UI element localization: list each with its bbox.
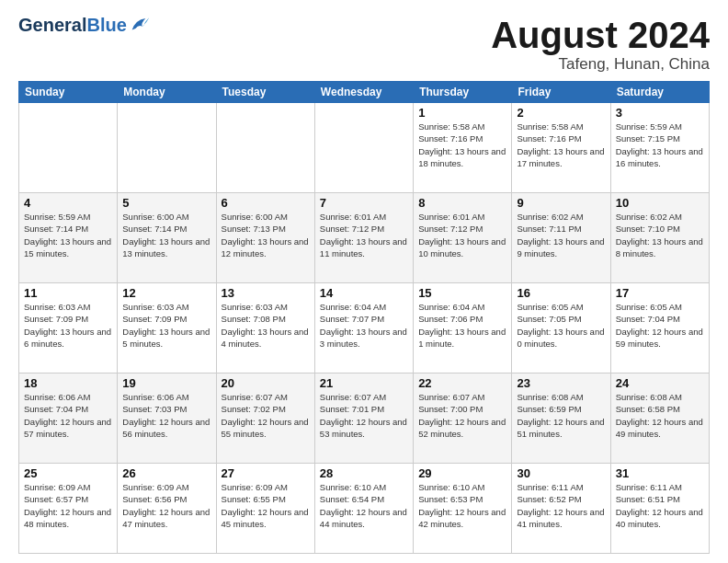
title-block: August 2024 Tafeng, Hunan, China (491, 15, 710, 74)
col-friday: Friday (512, 82, 610, 103)
table-row: 11Sunrise: 6:03 AM Sunset: 7:09 PM Dayli… (19, 283, 118, 373)
day-info: Sunrise: 5:59 AM Sunset: 7:15 PM Dayligh… (616, 121, 704, 169)
day-info: Sunrise: 6:00 AM Sunset: 7:14 PM Dayligh… (122, 211, 210, 259)
table-row: 18Sunrise: 6:06 AM Sunset: 7:04 PM Dayli… (19, 373, 118, 464)
day-info: Sunrise: 6:08 AM Sunset: 6:59 PM Dayligh… (517, 391, 605, 440)
day-number: 2 (517, 106, 605, 120)
col-sunday: Sunday (19, 82, 118, 103)
table-row: 20Sunrise: 6:07 AM Sunset: 7:02 PM Dayli… (216, 373, 314, 464)
calendar-row: 11Sunrise: 6:03 AM Sunset: 7:09 PM Dayli… (19, 283, 710, 373)
day-number: 25 (24, 466, 112, 480)
table-row: 26Sunrise: 6:09 AM Sunset: 6:56 PM Dayli… (118, 464, 216, 554)
day-number: 8 (418, 196, 506, 210)
table-row: 25Sunrise: 6:09 AM Sunset: 6:57 PM Dayli… (19, 464, 118, 554)
table-row: 19Sunrise: 6:06 AM Sunset: 7:03 PM Dayli… (118, 373, 216, 464)
day-info: Sunrise: 6:01 AM Sunset: 7:12 PM Dayligh… (320, 211, 408, 259)
logo: GeneralBlue (18, 15, 149, 35)
day-info: Sunrise: 6:04 AM Sunset: 7:06 PM Dayligh… (418, 301, 506, 350)
calendar-table: Sunday Monday Tuesday Wednesday Thursday… (18, 81, 710, 554)
calendar-row: 4Sunrise: 5:59 AM Sunset: 7:14 PM Daylig… (19, 193, 710, 283)
table-row: 29Sunrise: 6:10 AM Sunset: 6:53 PM Dayli… (414, 464, 512, 554)
day-number: 12 (122, 286, 210, 300)
day-info: Sunrise: 6:00 AM Sunset: 7:13 PM Dayligh… (222, 211, 310, 259)
day-number: 21 (320, 376, 408, 390)
table-row: 6Sunrise: 6:00 AM Sunset: 7:13 PM Daylig… (216, 193, 314, 283)
day-number: 7 (320, 196, 408, 210)
day-number: 5 (122, 196, 210, 210)
day-number: 31 (616, 466, 704, 480)
day-number: 19 (122, 376, 210, 390)
table-row (118, 103, 216, 193)
calendar-header-row: Sunday Monday Tuesday Wednesday Thursday… (19, 82, 710, 103)
day-info: Sunrise: 6:10 AM Sunset: 6:53 PM Dayligh… (418, 481, 506, 530)
day-number: 15 (418, 286, 506, 300)
header: GeneralBlue August 2024 Tafeng, Hunan, C… (18, 15, 710, 74)
day-number: 6 (222, 196, 310, 210)
day-info: Sunrise: 6:11 AM Sunset: 6:51 PM Dayligh… (616, 481, 704, 530)
day-number: 14 (320, 286, 408, 300)
table-row (19, 103, 118, 193)
table-row: 12Sunrise: 6:03 AM Sunset: 7:09 PM Dayli… (118, 283, 216, 373)
day-number: 13 (222, 286, 310, 300)
logo-text: GeneralBlue (18, 15, 149, 35)
day-number: 22 (418, 376, 506, 390)
day-info: Sunrise: 6:06 AM Sunset: 7:03 PM Dayligh… (122, 391, 210, 440)
table-row: 4Sunrise: 5:59 AM Sunset: 7:14 PM Daylig… (19, 193, 118, 283)
day-number: 27 (222, 466, 310, 480)
day-info: Sunrise: 5:58 AM Sunset: 7:16 PM Dayligh… (418, 121, 506, 169)
table-row: 9Sunrise: 6:02 AM Sunset: 7:11 PM Daylig… (512, 193, 610, 283)
table-row: 22Sunrise: 6:07 AM Sunset: 7:00 PM Dayli… (414, 373, 512, 464)
table-row: 15Sunrise: 6:04 AM Sunset: 7:06 PM Dayli… (414, 283, 512, 373)
table-row: 13Sunrise: 6:03 AM Sunset: 7:08 PM Dayli… (216, 283, 314, 373)
day-info: Sunrise: 6:03 AM Sunset: 7:09 PM Dayligh… (122, 301, 210, 350)
day-info: Sunrise: 6:10 AM Sunset: 6:54 PM Dayligh… (320, 481, 408, 530)
day-number: 11 (24, 286, 112, 300)
day-number: 16 (517, 286, 605, 300)
day-info: Sunrise: 6:07 AM Sunset: 7:00 PM Dayligh… (418, 391, 506, 440)
title-location: Tafeng, Hunan, China (491, 55, 710, 74)
table-row: 5Sunrise: 6:00 AM Sunset: 7:14 PM Daylig… (118, 193, 216, 283)
day-info: Sunrise: 6:02 AM Sunset: 7:10 PM Dayligh… (616, 211, 704, 259)
col-wednesday: Wednesday (314, 82, 413, 103)
col-saturday: Saturday (610, 82, 709, 103)
col-monday: Monday (118, 82, 216, 103)
table-row: 28Sunrise: 6:10 AM Sunset: 6:54 PM Dayli… (314, 464, 413, 554)
table-row: 3Sunrise: 5:59 AM Sunset: 7:15 PM Daylig… (610, 103, 709, 193)
table-row: 17Sunrise: 6:05 AM Sunset: 7:04 PM Dayli… (610, 283, 709, 373)
table-row: 27Sunrise: 6:09 AM Sunset: 6:55 PM Dayli… (216, 464, 314, 554)
table-row: 31Sunrise: 6:11 AM Sunset: 6:51 PM Dayli… (610, 464, 709, 554)
day-number: 18 (24, 376, 112, 390)
day-number: 28 (320, 466, 408, 480)
day-info: Sunrise: 6:06 AM Sunset: 7:04 PM Dayligh… (24, 391, 112, 440)
col-thursday: Thursday (414, 82, 512, 103)
table-row: 24Sunrise: 6:08 AM Sunset: 6:58 PM Dayli… (610, 373, 709, 464)
table-row (216, 103, 314, 193)
day-number: 10 (616, 196, 704, 210)
day-info: Sunrise: 6:09 AM Sunset: 6:57 PM Dayligh… (24, 481, 112, 530)
table-row: 8Sunrise: 6:01 AM Sunset: 7:12 PM Daylig… (414, 193, 512, 283)
table-row: 30Sunrise: 6:11 AM Sunset: 6:52 PM Dayli… (512, 464, 610, 554)
title-month: August 2024 (491, 15, 710, 55)
day-info: Sunrise: 6:03 AM Sunset: 7:09 PM Dayligh… (24, 301, 112, 350)
day-number: 9 (517, 196, 605, 210)
table-row: 14Sunrise: 6:04 AM Sunset: 7:07 PM Dayli… (314, 283, 413, 373)
day-info: Sunrise: 6:11 AM Sunset: 6:52 PM Dayligh… (517, 481, 605, 530)
day-info: Sunrise: 6:08 AM Sunset: 6:58 PM Dayligh… (616, 391, 704, 440)
col-tuesday: Tuesday (216, 82, 314, 103)
day-info: Sunrise: 6:09 AM Sunset: 6:56 PM Dayligh… (122, 481, 210, 530)
day-info: Sunrise: 6:01 AM Sunset: 7:12 PM Dayligh… (418, 211, 506, 259)
calendar-row: 25Sunrise: 6:09 AM Sunset: 6:57 PM Dayli… (19, 464, 710, 554)
day-number: 1 (418, 106, 506, 120)
day-info: Sunrise: 6:03 AM Sunset: 7:08 PM Dayligh… (222, 301, 310, 350)
day-info: Sunrise: 6:04 AM Sunset: 7:07 PM Dayligh… (320, 301, 408, 350)
table-row (314, 103, 413, 193)
day-info: Sunrise: 5:59 AM Sunset: 7:14 PM Dayligh… (24, 211, 112, 259)
table-row: 16Sunrise: 6:05 AM Sunset: 7:05 PM Dayli… (512, 283, 610, 373)
table-row: 23Sunrise: 6:08 AM Sunset: 6:59 PM Dayli… (512, 373, 610, 464)
day-number: 23 (517, 376, 605, 390)
day-number: 26 (122, 466, 210, 480)
logo-general: GeneralBlue (18, 15, 127, 35)
calendar-row: 1Sunrise: 5:58 AM Sunset: 7:16 PM Daylig… (19, 103, 710, 193)
day-info: Sunrise: 6:09 AM Sunset: 6:55 PM Dayligh… (222, 481, 310, 530)
table-row: 1Sunrise: 5:58 AM Sunset: 7:16 PM Daylig… (414, 103, 512, 193)
